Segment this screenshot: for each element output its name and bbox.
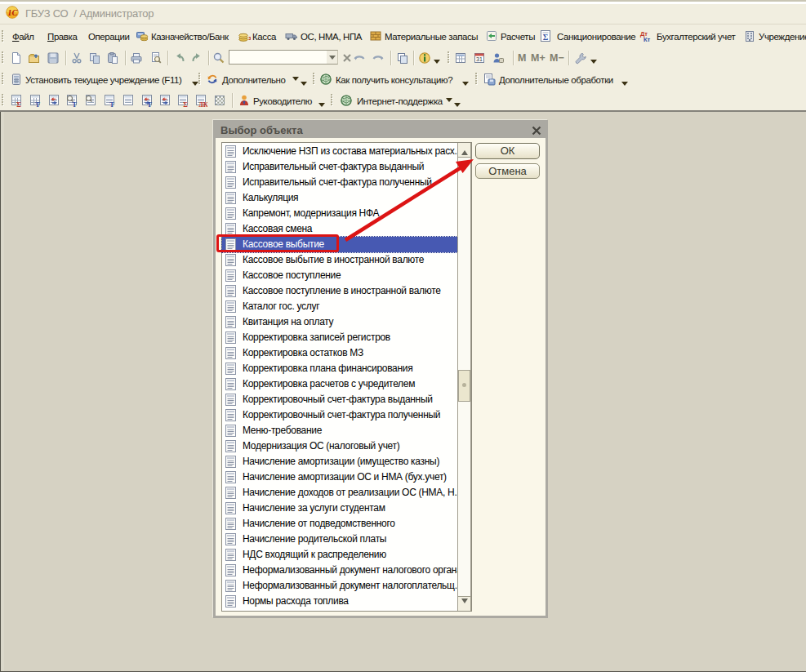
svg-text:1С: 1С [7, 8, 18, 17]
svg-text:ДК: ДК [198, 100, 207, 108]
svg-text:Σ: Σ [543, 33, 549, 42]
svg-text:Т: Т [109, 100, 114, 108]
svg-text:Т: Т [147, 100, 152, 108]
svg-text:Σ: Σ [16, 100, 21, 108]
svg-text:Кт: Кт [643, 36, 651, 42]
svg-text:Σ: Σ [183, 100, 188, 108]
svg-text:з: з [248, 35, 251, 41]
svg-text:Т: Т [72, 100, 77, 108]
svg-text:Т: Т [35, 100, 40, 108]
svg-text:31: 31 [476, 56, 483, 62]
